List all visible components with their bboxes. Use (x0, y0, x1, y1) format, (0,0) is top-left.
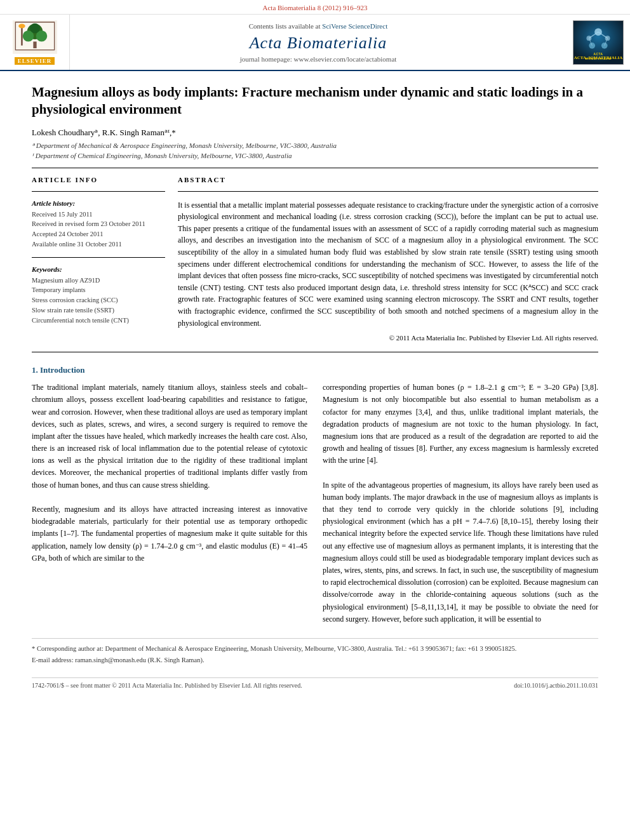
keywords-heading: Keywords: (32, 265, 165, 273)
intro-body: The traditional implant materials, namel… (32, 382, 598, 625)
keywords-block: Keywords: Magnesium alloy AZ91D Temporar… (32, 265, 165, 326)
kw-2: Temporary implants (32, 285, 165, 295)
issn-line: 1742-7061/$ – see front matter © 2011 Ac… (32, 682, 302, 689)
kw-4: Slow strain rate tensile (SSRT) (32, 305, 165, 316)
abstract-column: Abstract It is essential that a metallic… (178, 176, 598, 342)
intro-title: 1. Introduction (32, 365, 598, 375)
divider-info (32, 191, 165, 192)
divider-kw (32, 257, 165, 258)
journal-title: Acta Biomaterialia (250, 34, 387, 53)
article-info-label: Article Info (32, 176, 165, 183)
journal-title-area: Contents lists available at SciVerse Sci… (70, 15, 566, 70)
elsevier-tree-icon (13, 20, 57, 55)
svg-rect-7 (21, 26, 23, 46)
svg-text:BIOMATERIALIA: BIOMATERIALIA (586, 57, 612, 60)
accepted-date: Accepted 24 October 2011 (32, 229, 165, 239)
article-info-column: Article Info Article history: Received 1… (32, 176, 165, 342)
svg-rect-2 (33, 42, 36, 49)
contents-line: Contents lists available at SciVerse Sci… (249, 22, 387, 30)
keywords-list: Magnesium alloy AZ91D Temporary implants… (32, 276, 165, 326)
svg-rect-10 (573, 20, 623, 63)
footnotes-area: * Corresponding author at: Department of… (32, 638, 598, 665)
journal-logo-inner: ACTA BIOMATERIALIA (573, 21, 623, 62)
affiliation-b: ᶦ Department of Chemical Engineering, Mo… (32, 152, 598, 160)
copyright-line: © 2011 Acta Materialia Inc. Published by… (178, 334, 598, 342)
received-date: Received 15 July 2011 (32, 210, 165, 220)
svg-point-6 (30, 23, 40, 34)
svg-text:ACTA: ACTA (593, 53, 603, 56)
article-info-abstract: Article Info Article history: Received 1… (32, 176, 598, 342)
elsevier-logo-area: ELSEVIER (0, 15, 70, 70)
elsevier-badge: ELSEVIER (15, 57, 55, 65)
journal-logo-right-area: ACTA BIOMATERIALIA (566, 15, 630, 70)
article-content: Magnesium alloys as body implants: Fract… (0, 71, 630, 702)
intro-text-right: corresponding properties of human bones … (323, 382, 598, 625)
journal-ref-text: Acta Biomaterialia 8 (2012) 916–923 (263, 4, 368, 11)
authors: Lokesh Choudharyᵃ, R.K. Singh Ramanᵃᶦ,* (32, 128, 598, 138)
available-online-date: Available online 31 October 2011 (32, 239, 165, 250)
doi-line: doi:10.1016/j.actbio.2011.10.031 (514, 682, 598, 689)
footnote-email: E-mail address: raman.singh@monash.edu (… (32, 655, 598, 665)
divider-1 (32, 168, 598, 168)
abstract-label: Abstract (178, 176, 598, 183)
footnote-1: * Corresponding author at: Department of… (32, 644, 598, 654)
journal-reference-bar: Acta Biomaterialia 8 (2012) 916–923 (0, 0, 630, 15)
abstract-text: It is essential that a metallic implant … (178, 199, 598, 330)
sciverse-link[interactable]: SciVerse ScienceDirect (322, 22, 387, 30)
divider-body (32, 352, 598, 352)
introduction-section: 1. Introduction The traditional implant … (32, 365, 598, 625)
divider-abstract (178, 191, 598, 192)
kw-5: Circumferential notch tensile (CNT) (32, 316, 165, 326)
kw-3: Stress corrosion cracking (SCC) (32, 295, 165, 305)
article-history-heading: Article history: (32, 199, 165, 207)
kw-1: Magnesium alloy AZ91D (32, 276, 165, 286)
article-title: Magnesium alloys as body implants: Fract… (32, 84, 598, 119)
svg-point-8 (18, 24, 25, 29)
affiliation-a: ᵃ Department of Mechanical & Aerospace E… (32, 142, 598, 150)
received-revised-date: Received in revised form 23 October 2011 (32, 219, 165, 229)
journal-homepage: journal homepage: www.elsevier.com/locat… (240, 55, 397, 63)
bottom-bar: 1742-7061/$ – see front matter © 2011 Ac… (32, 677, 598, 689)
intro-col-left: The traditional implant materials, namel… (32, 382, 307, 625)
intro-text-left: The traditional implant materials, namel… (32, 382, 307, 564)
elsevier-logo: ELSEVIER (13, 20, 57, 65)
article-history-block: Article history: Received 15 July 2011 R… (32, 199, 165, 250)
intro-col-right: corresponding properties of human bones … (323, 382, 598, 625)
acta-biomaterialia-logo-svg: ACTA BIOMATERIALIA (573, 20, 623, 63)
journal-header: ELSEVIER Contents lists available at Sci… (0, 15, 630, 71)
journal-logo-right-icon: ACTA BIOMATERIALIA (573, 20, 624, 65)
